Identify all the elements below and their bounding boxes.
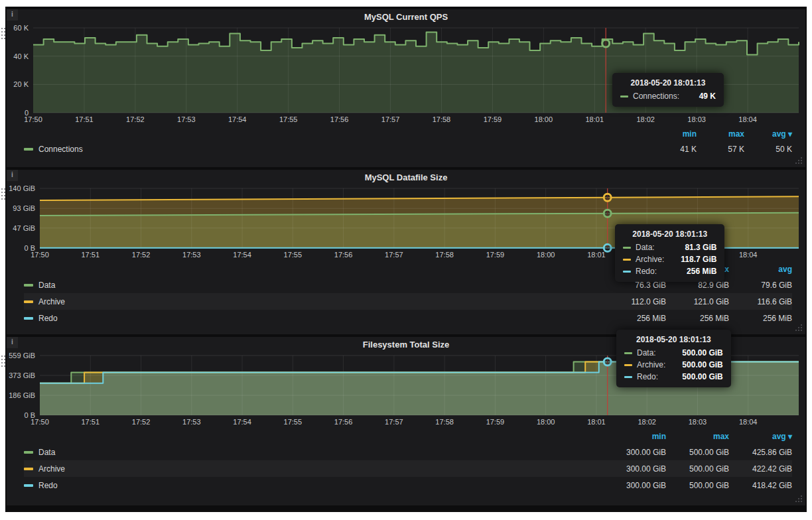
tooltip-timestamp: 2018-05-20 18:01:13 <box>623 229 716 239</box>
x-axis-tick-label: 18:00 <box>537 418 555 426</box>
legend-sort-header[interactable]: min <box>603 432 666 441</box>
x-axis-tick-label: 17:58 <box>435 251 454 259</box>
legend-sort-header[interactable]: max <box>666 432 729 441</box>
legend-stat-value: 256 MiB <box>603 314 666 323</box>
tooltip-series-color-icon <box>620 96 628 98</box>
graph-tooltip: 2018-05-20 18:01:13Data:81.3 GiBArchive:… <box>615 224 724 282</box>
tooltip-series-color-icon <box>623 247 631 249</box>
legend-series-color-icon[interactable] <box>24 284 33 287</box>
y-axis-tick-label: 20 K <box>13 80 29 88</box>
tooltip-series-value: 500.00 GiB <box>670 348 722 358</box>
x-axis-tick-label: 17:51 <box>82 418 100 426</box>
legend-series-color-icon[interactable] <box>24 451 33 454</box>
legend-series-name[interactable]: Archive <box>38 464 65 474</box>
y-axis-tick-label: 559 GiB <box>9 352 35 359</box>
legend-stat-value: 41 K <box>649 145 697 154</box>
x-axis-tick-label: 18:02 <box>636 115 655 123</box>
tooltip-series-color-icon <box>624 376 632 378</box>
x-axis-tick-label: 17:51 <box>82 251 100 259</box>
legend-header-row: minmaxavg ▾ <box>24 127 792 141</box>
tooltip-series-value: 500.00 GiB <box>670 372 722 381</box>
x-axis-tick-label: 17:56 <box>330 115 349 123</box>
panel-title[interactable]: MySQL Datafile Size <box>7 170 805 184</box>
legend-series-toggle[interactable]: Data <box>24 448 603 457</box>
x-axis-tick-label: 17:58 <box>433 115 451 123</box>
legend-stat-values: 112.0 GiB121.0 GiB116.6 GiB <box>603 297 792 306</box>
panel-info-icon[interactable]: i <box>7 170 18 181</box>
legend-series-color-icon[interactable] <box>24 300 33 303</box>
legend-series-name[interactable]: Data <box>38 448 55 457</box>
legend-series-toggle[interactable]: Data <box>24 281 603 290</box>
tooltip-series-color-icon <box>624 364 632 366</box>
legend-stat-value: 50 K <box>744 145 792 154</box>
legend-series-name[interactable]: Redo <box>38 481 58 490</box>
legend-sort-header[interactable]: avg ▾ <box>729 432 792 441</box>
panel-title[interactable]: MySQL Current QPS <box>7 9 805 24</box>
panel-resize-handle[interactable] <box>795 157 803 165</box>
legend-stat-value: 79.6 GiB <box>729 281 792 290</box>
legend-series-color-icon[interactable] <box>24 317 33 320</box>
legend-series-name[interactable]: Redo <box>38 314 58 323</box>
hover-point-marker <box>604 244 611 251</box>
x-axis-tick-label: 17:52 <box>126 115 145 123</box>
tooltip-series-color-icon <box>623 271 631 273</box>
tooltip-timestamp: 2018-05-20 18:01:13 <box>620 78 716 88</box>
x-axis-tick-label: 17:50 <box>31 251 49 259</box>
tooltip-series-row: Archive:500.00 GiB <box>624 360 723 369</box>
legend-series-toggle[interactable]: Redo <box>24 481 603 490</box>
tooltip-series-label: Data: <box>636 243 655 252</box>
legend-sort-header[interactable]: max <box>697 129 744 139</box>
tooltip-series-color-icon <box>624 352 632 354</box>
x-axis-tick-label: 17:53 <box>182 418 201 426</box>
hover-point-marker <box>604 358 611 365</box>
legend-sort-header[interactable]: avg ▾ <box>744 129 792 139</box>
legend-series-toggle[interactable]: Archive <box>24 464 603 474</box>
panel-resize-handle[interactable] <box>795 495 803 503</box>
panel-drag-handle-icon[interactable] <box>1 27 6 44</box>
tooltip-series-label: Archive: <box>637 360 665 369</box>
y-axis-tick-label: 186 GiB <box>9 391 35 399</box>
legend-series-toggle[interactable]: Archive <box>24 297 603 306</box>
legend-stat-value: 500.00 GiB <box>666 448 729 457</box>
x-axis-tick-label: 18:03 <box>689 418 707 426</box>
x-axis-tick-label: 17:52 <box>132 251 151 259</box>
page-background: i MySQL Current QPS 60 K40 K20 K017:5017… <box>0 0 812 520</box>
legend-series-color-icon[interactable] <box>24 484 33 487</box>
x-axis-tick-label: 17:56 <box>334 418 353 426</box>
x-axis-tick-label: 17:58 <box>435 418 454 426</box>
legend-series-color-icon[interactable] <box>24 468 33 470</box>
legend-row: Redo256 MiB256 MiB256 MiB <box>24 310 792 326</box>
graph-tooltip: 2018-05-20 18:01:13Data:500.00 GiBArchiv… <box>616 330 731 387</box>
x-axis-tick-label: 17:56 <box>334 251 353 259</box>
y-axis-tick-label: 60 K <box>13 24 29 32</box>
panel-drag-handle-icon[interactable] <box>1 354 6 371</box>
x-axis-tick-label: 17:59 <box>486 418 505 426</box>
legend-stat-value: 300.00 GiB <box>603 448 666 457</box>
legend-stat-value: 418.42 GiB <box>729 481 792 490</box>
legend-series-name[interactable]: Data <box>38 281 55 290</box>
panel-resize-handle[interactable] <box>795 324 803 332</box>
panel-info-icon[interactable]: i <box>7 337 18 348</box>
legend-series-toggle[interactable]: Connections <box>24 145 649 154</box>
legend-row: Archive112.0 GiB121.0 GiB116.6 GiB <box>24 293 792 310</box>
tooltip-series-label: Connections: <box>633 92 679 101</box>
legend-stat-value: 300.00 GiB <box>603 481 666 490</box>
x-axis-tick-label: 17:57 <box>381 115 400 123</box>
legend-stat-values: 300.00 GiB500.00 GiB418.42 GiB <box>603 481 792 490</box>
legend-sort-header[interactable]: min <box>649 129 697 139</box>
hover-point-marker <box>604 194 611 201</box>
legend-series-color-icon[interactable] <box>24 148 33 151</box>
legend-sort-header[interactable]: avg <box>729 265 792 274</box>
legend-stat-value: 256 MiB <box>729 314 792 323</box>
legend-series-name[interactable]: Archive <box>38 297 65 306</box>
tooltip-series-label: Redo: <box>637 372 658 381</box>
tooltip-series-value: 81.3 GiB <box>673 243 716 252</box>
tooltip-series-row: Connections:49 K <box>620 92 716 101</box>
x-axis-tick-label: 17:53 <box>182 251 201 259</box>
panel-info-icon[interactable]: i <box>7 9 18 21</box>
panel-drag-handle-icon[interactable] <box>1 187 6 204</box>
legend-series-name[interactable]: Connections <box>38 145 83 154</box>
legend-series-toggle[interactable]: Redo <box>24 314 603 323</box>
x-axis-tick-label: 17:55 <box>279 115 298 123</box>
tooltip-series-row: Redo:256 MiB <box>623 267 716 276</box>
